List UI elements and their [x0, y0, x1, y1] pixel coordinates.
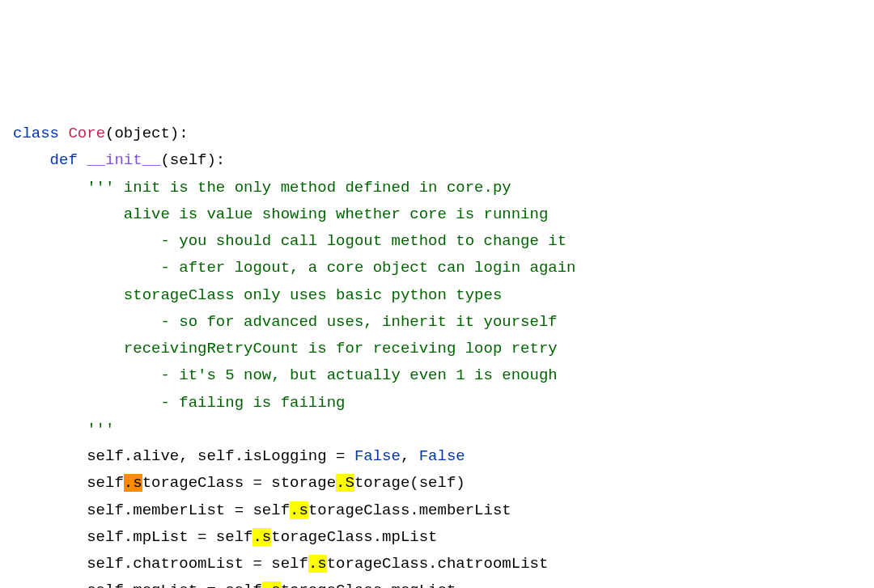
code-line: self.memberList = self.storageClass.memb…: [13, 501, 511, 519]
code-line: self.storageClass = storage.Storage(self…: [13, 474, 465, 492]
code-line: self.chatroomList = self.storageClass.ch…: [13, 555, 548, 573]
docstring-close: ''': [87, 421, 114, 438]
highlight-yellow: .s: [290, 501, 308, 519]
code-line: - it's 5 now, but actually even 1 is eno…: [13, 366, 558, 384]
text: self.msgList = self: [87, 582, 262, 588]
indent: [13, 394, 160, 412]
code-block: class Core(object): def __init__(self): …: [13, 121, 861, 588]
text: torageClass = storage: [142, 474, 336, 492]
docstring: - you should call logout method to chang…: [160, 232, 566, 250]
indent: [13, 259, 160, 277]
code-line: class Core(object):: [13, 125, 189, 142]
docstring: receivingRetryCount is for receiving loo…: [124, 340, 558, 357]
code-line: ''': [13, 421, 114, 438]
indent: [13, 366, 160, 384]
text: self.chatroomList = self: [87, 555, 308, 573]
text: torageClass.mpList: [271, 528, 437, 546]
code-line: - after logout, a core object can login …: [13, 259, 576, 277]
code-line: - so for advanced uses, inherit it yours…: [13, 313, 558, 331]
space: [78, 151, 87, 169]
code-line: - you should call logout method to chang…: [13, 232, 566, 250]
code-line: ''' init is the only method defined in c…: [13, 179, 511, 197]
text: torage(self): [354, 474, 465, 492]
indent: [13, 528, 87, 546]
keyword-def: def: [50, 151, 78, 169]
highlight-yellow: .s: [308, 555, 327, 573]
highlight-yellow: .S: [336, 474, 354, 492]
text: self.mpList = self: [87, 528, 252, 546]
highlight-yellow: .s: [262, 582, 281, 588]
indent: [13, 447, 87, 465]
text: torageClass.memberList: [308, 501, 511, 519]
code-line: self.alive, self.isLogging = False, Fals…: [13, 447, 465, 465]
text: torageClass.msgList: [281, 582, 456, 588]
code-line: self.msgList = self.storageClass.msgList: [13, 582, 456, 588]
text: torageClass.chatroomList: [327, 555, 549, 573]
docstring: - failing is failing: [160, 394, 345, 412]
indent: [13, 421, 87, 438]
docstring: alive is value showing whether core is r…: [124, 205, 549, 223]
constant-false: False: [354, 447, 401, 465]
constant-false: False: [419, 447, 465, 465]
text: ,: [401, 447, 419, 465]
indent: [13, 474, 87, 492]
code-line: - failing is failing: [13, 394, 345, 412]
indent: [13, 340, 124, 357]
indent: [13, 286, 124, 304]
function-name: __init__: [87, 151, 160, 169]
code-line: receivingRetryCount is for receiving loo…: [13, 340, 558, 357]
text: self.alive, self.isLogging =: [87, 447, 354, 465]
indent: [13, 501, 87, 519]
indent: [13, 232, 160, 250]
docstring: - it's 5 now, but actually even 1 is eno…: [160, 366, 557, 384]
docstring: - so for advanced uses, inherit it yours…: [160, 313, 557, 331]
highlight-yellow: .s: [252, 528, 271, 546]
text: (self):: [160, 151, 225, 169]
code-line: alive is value showing whether core is r…: [13, 205, 548, 223]
highlight-orange: .s: [124, 474, 142, 492]
class-name: Core: [68, 125, 105, 142]
docstring: storageClass only uses basic python type…: [124, 286, 502, 304]
text: self: [87, 474, 124, 492]
indent: [13, 313, 160, 331]
text: self.memberList = self: [87, 501, 290, 519]
indent: [13, 555, 87, 573]
code-line: def __init__(self):: [13, 151, 225, 169]
docstring: ''' init is the only method defined in c…: [87, 179, 511, 197]
code-line: self.mpList = self.storageClass.mpList: [13, 528, 438, 546]
indent: [13, 205, 124, 223]
indent: [13, 582, 87, 588]
text: (object):: [105, 125, 189, 142]
docstring: - after logout, a core object can login …: [160, 259, 575, 277]
indent: [13, 151, 50, 169]
code-line: storageClass only uses basic python type…: [13, 286, 502, 304]
indent: [13, 179, 87, 197]
keyword-class: class: [13, 125, 59, 142]
space: [59, 125, 68, 142]
